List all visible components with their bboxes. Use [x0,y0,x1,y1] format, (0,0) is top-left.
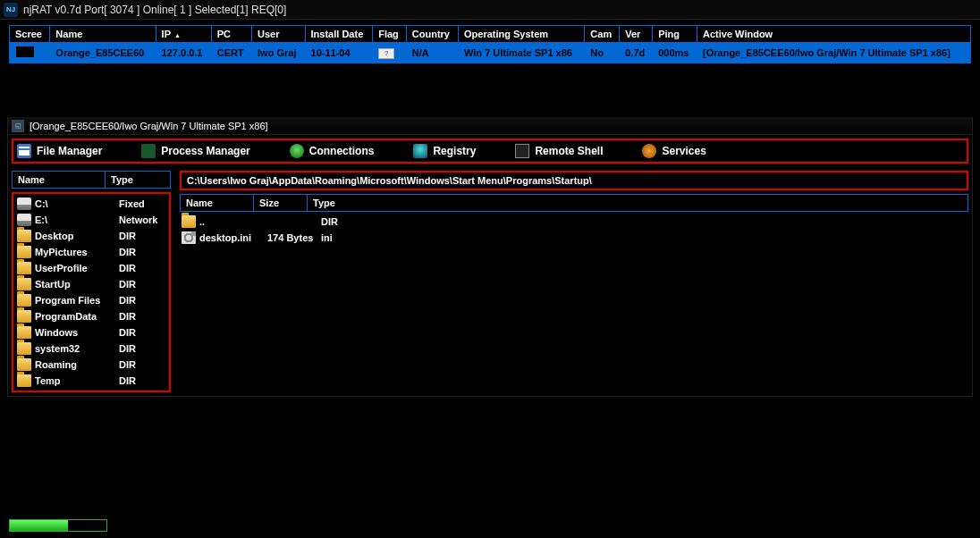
cell-install-date: 10-11-04 [305,43,373,63]
folder-icon [17,310,31,323]
folder-icon [182,215,196,228]
col-pc[interactable]: PC [211,26,251,43]
left-header: Name Type [12,171,171,189]
left-item-type: DIR [119,263,136,273]
tab-remote-shell[interactable]: Remote Shell [515,144,603,158]
folder-icon [17,374,31,387]
path-bar[interactable]: C:\Users\Iwo Graj\AppData\Roaming\Micros… [180,171,968,190]
col-install-date[interactable]: Install Date [305,26,373,43]
screen-thumb-icon [15,46,35,58]
tab-services[interactable]: Services [642,144,705,158]
app-icon: NJ [4,3,18,17]
col-screen[interactable]: Scree [10,26,50,43]
col-flag[interactable]: Flag [373,26,407,43]
connections-panel: Scree Name IP▲ PC User Install Date Flag… [0,20,980,72]
cell-flag: ? [373,43,407,63]
right-item-type: ini [321,232,333,243]
right-col-name[interactable]: Name [181,195,254,211]
right-item[interactable]: ..DIR [180,214,968,230]
left-item[interactable]: E:\Network [15,212,167,228]
left-item-name: ProgramData [35,311,119,322]
cell-cam: No [585,43,620,63]
tab-services-label: Services [662,145,705,157]
right-item-type: DIR [321,216,338,227]
left-item[interactable]: UserProfileDIR [15,260,167,276]
file-manager-icon [17,144,31,158]
folder-icon [17,342,31,355]
left-item-name: Roaming [35,359,119,370]
left-item[interactable]: Program FilesDIR [15,292,167,308]
tab-process-manager[interactable]: Process Manager [141,144,249,158]
col-country[interactable]: Country [406,26,458,43]
right-col-size[interactable]: Size [254,195,308,211]
left-item[interactable]: C:\Fixed [15,196,167,212]
left-item-name: Temp [35,375,119,386]
tab-registry[interactable]: Registry [413,144,476,158]
fm-left-panel: Name Type C:\FixedE:\NetworkDesktopDIRMy… [12,171,171,392]
fm-body: Name Type C:\FixedE:\NetworkDesktopDIRMy… [8,167,972,396]
col-user[interactable]: User [252,26,306,43]
left-item-name: Windows [35,327,119,338]
left-item[interactable]: MyPicturesDIR [15,244,167,260]
tab-connections[interactable]: Connections [290,144,375,158]
connections-table: Scree Name IP▲ PC User Install Date Flag… [9,25,971,63]
col-ip-label: IP [162,29,171,39]
main-titlebar: NJ njRAT v0.7d Port[ 3074 ] Online[ 1 ] … [0,0,980,20]
col-ver[interactable]: Ver [620,26,653,43]
left-item[interactable]: DesktopDIR [15,228,167,244]
left-item-name: Desktop [35,231,119,241]
right-header: Name Size Type [180,194,968,212]
col-os[interactable]: Operating System [459,26,585,43]
cell-ping: 000ms [653,43,697,63]
cell-os: Win 7 Ultimate SP1 x86 [459,43,585,63]
left-list: C:\FixedE:\NetworkDesktopDIRMyPicturesDI… [12,192,171,392]
cell-active-window: [Orange_E85CEE60/Iwo Graj/Win 7 Ultimate… [697,43,971,63]
services-icon [642,144,656,158]
tab-process-manager-label: Process Manager [161,145,249,157]
fm-toolbar: File Manager Process Manager Connections… [12,139,968,164]
cell-pc: CERT [211,43,251,63]
right-item-name: desktop.ini [199,232,267,243]
app-title: njRAT v0.7d Port[ 3074 ] Online[ 1 ] Sel… [23,4,286,16]
tab-connections-label: Connections [309,145,375,157]
tab-file-manager[interactable]: File Manager [17,144,102,158]
col-ping[interactable]: Ping [653,26,697,43]
status-bar [9,518,107,533]
left-item[interactable]: WindowsDIR [15,324,167,340]
left-col-name[interactable]: Name [13,172,106,188]
left-item-type: DIR [119,231,136,241]
folder-icon [17,294,31,307]
folder-icon [17,326,31,339]
left-item[interactable]: StartUpDIR [15,276,167,292]
left-item-type: DIR [119,375,136,386]
left-item-type: DIR [119,279,136,290]
col-active-window[interactable]: Active Window [697,26,971,43]
left-item-name: system32 [35,343,119,354]
sort-arrow-icon: ▲ [174,32,181,38]
left-item[interactable]: ProgramDataDIR [15,308,167,324]
folder-icon [17,358,31,371]
child-titlebar[interactable]: ◱ [Orange_E85CEE60/Iwo Graj/Win 7 Ultima… [8,117,972,135]
left-item[interactable]: RoamingDIR [15,357,167,373]
left-item[interactable]: TempDIR [15,373,167,389]
right-col-type[interactable]: Type [308,195,967,211]
remote-shell-icon [515,144,529,158]
left-item[interactable]: system32DIR [15,340,167,357]
left-item-name: MyPictures [35,247,119,257]
progress-fill [10,520,68,531]
left-item-name: UserProfile [35,263,119,273]
col-ip[interactable]: IP▲ [156,26,211,43]
left-item-type: DIR [119,311,136,322]
folder-icon [17,246,31,258]
window-icon: ◱ [12,120,24,132]
connection-row[interactable]: Orange_E85CEE60 127.0.0.1 CERT Iwo Graj … [10,43,971,63]
left-col-type[interactable]: Type [106,172,170,188]
right-item[interactable]: desktop.ini174 Bytesini [180,230,968,246]
cell-screen [10,43,50,63]
col-name[interactable]: Name [50,26,156,43]
left-item-name: Program Files [35,295,119,306]
col-cam[interactable]: Cam [585,26,620,43]
drive-icon [17,214,31,226]
registry-icon [413,144,427,158]
progress-bar [9,519,107,532]
